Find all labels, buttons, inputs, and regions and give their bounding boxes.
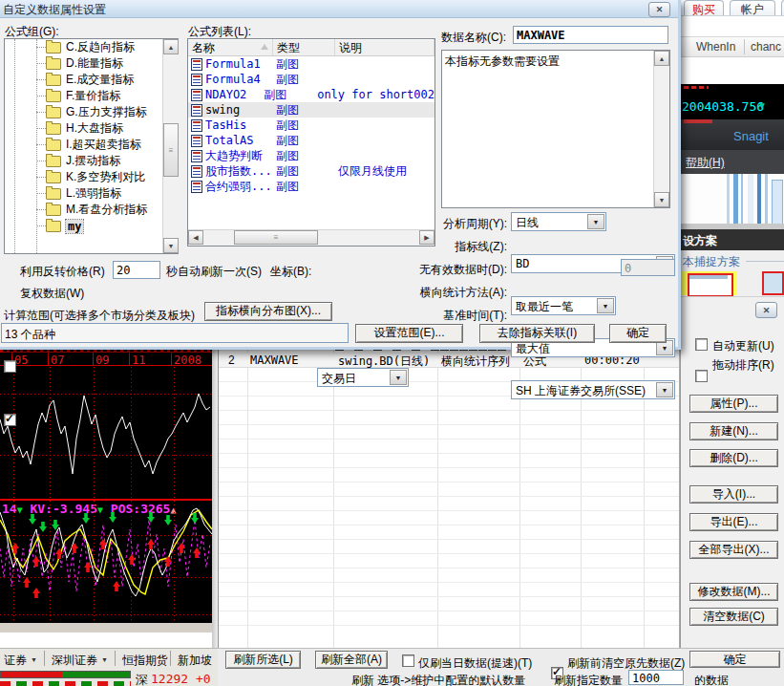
dialog-ok-button[interactable]: 确定	[609, 324, 667, 343]
auto-update-checkbox[interactable]	[695, 338, 708, 351]
no-data-label: 无有效数据时(D):	[372, 262, 507, 278]
distribution-button[interactable]: 指标横向分布图(X)...	[204, 302, 332, 321]
data-name-input[interactable]: MAXWAVE	[513, 26, 668, 44]
tab-buy[interactable]: 购买	[684, 0, 724, 15]
tree-item[interactable]: G.压力支撑指标	[5, 104, 178, 120]
tree-connector	[36, 225, 46, 226]
dialog-titlebar[interactable]: 自定义数据属性设置 ✕	[0, 0, 678, 18]
properties-button[interactable]: 属性(P)...	[689, 395, 778, 413]
formula-row[interactable]: Formula4 副图	[188, 72, 434, 87]
formula-group-tree[interactable]: C.反趋向指标 D.能量指标 E.成交量指标 F.量价指标	[4, 38, 179, 254]
base-time-combobox[interactable]: SH 上海证券交易所(SSE)▼	[511, 380, 675, 399]
no-data-value-input[interactable]: 0	[621, 259, 675, 276]
formula-name: 大趋势判断	[205, 148, 263, 164]
drag-sort-label: 拖动排序(R)	[712, 357, 774, 374]
stat-method-label: 横向统计方法(A):	[372, 285, 507, 301]
formula-row[interactable]: TasHis 副图	[188, 118, 434, 133]
refresh-all-button[interactable]: 刷新全部(A)	[315, 651, 388, 669]
tree-item[interactable]: H.大盘指标	[5, 120, 178, 137]
refresh-selected-button[interactable]: 刷新所选(L)	[225, 651, 301, 669]
formula-row[interactable]: 合约强弱... 副图	[188, 179, 434, 194]
dialog-close-button[interactable]: ✕	[648, 2, 670, 17]
tree-connector	[36, 79, 46, 80]
dropdown-arrow-icon[interactable]: ▼	[31, 656, 37, 663]
tree-item[interactable]: L.强弱指标	[5, 185, 178, 202]
tree-item[interactable]: I.超买超卖指标	[5, 137, 178, 153]
capture-thumbnail-1[interactable]	[682, 271, 737, 295]
formula-row[interactable]: TotalAS 副图	[188, 133, 434, 148]
export-button[interactable]: 导出(E)...	[689, 513, 778, 531]
market-tab-hangseng[interactable]: 恒指期货	[122, 653, 168, 669]
folder-icon	[46, 204, 61, 216]
param-scrollbar[interactable]: ▲ ▼	[653, 51, 669, 207]
close-icon: ✕	[656, 5, 664, 14]
unlink-indicator-button[interactable]: 去除指标关联(I)	[479, 324, 595, 343]
snagit-titlebar[interactable]: Snagit	[681, 119, 784, 150]
market-tab-singapore[interactable]: 新加坡	[178, 653, 212, 669]
formula-row[interactable]: 大趋势判断 副图	[188, 148, 434, 163]
tree-item[interactable]: J.摆动指标	[5, 153, 178, 169]
formula-name: Formula4	[205, 73, 261, 86]
nav-chanc[interactable]: chanc	[751, 40, 781, 54]
column-header-name[interactable]: 名称	[188, 39, 273, 55]
dropdown-arrow-icon[interactable]: ▼	[101, 656, 108, 663]
market-tab-securities[interactable]: 证券	[4, 653, 27, 669]
ticker-value: 2004038.756	[682, 99, 764, 114]
drag-sort-checkbox[interactable]	[695, 370, 708, 382]
modify-data-button[interactable]: 修改数据(M)...	[689, 583, 778, 601]
tree-connector	[36, 47, 46, 48]
column-header-desc[interactable]: 说明	[335, 39, 434, 55]
tree-item-label: I.超买超卖指标	[66, 137, 141, 153]
tree-item[interactable]: M.看盘分析指标	[5, 202, 178, 218]
market-tab-shenzhen[interactable]: 深圳证券	[52, 653, 97, 669]
capture-thumbnail-2[interactable]	[762, 271, 784, 295]
import-button[interactable]: 导入(I)...	[689, 485, 778, 504]
formula-row[interactable]: 股市指数... 副图 仅限月线使用	[188, 163, 434, 179]
column-header-type[interactable]: 类型	[273, 39, 335, 55]
help-menu[interactable]: 帮助(H)	[686, 155, 725, 171]
formula-type: 副图	[261, 87, 314, 103]
scroll-up-icon: ▲	[163, 39, 179, 54]
formula-icon	[191, 104, 202, 117]
new-button[interactable]: 新建(N)...	[689, 422, 778, 440]
today-only-checkbox[interactable]	[402, 654, 414, 667]
formula-row[interactable]: swing 副图	[188, 102, 434, 118]
tree-item[interactable]: my	[5, 218, 178, 234]
coord-combobox[interactable]: 交易日▼	[317, 368, 409, 387]
ticker-down-icon: ▼	[757, 100, 767, 111]
progress-dashes	[0, 681, 131, 686]
refresh-count-input[interactable]: 1000	[628, 670, 684, 685]
set-range-button[interactable]: 设置范围(E)...	[355, 324, 463, 343]
tree-item[interactable]: F.量价指标	[5, 88, 178, 104]
clear-data-button[interactable]: 清空数据(C)	[689, 608, 778, 626]
formula-name: 股市指数...	[205, 163, 272, 180]
formula-row[interactable]: Formula1 副图	[188, 56, 434, 72]
tree-item[interactable]: D.能量指标	[5, 55, 178, 72]
tree-item[interactable]: E.成交量指标	[5, 72, 178, 88]
folder-icon	[46, 58, 61, 70]
auto-update-label: 自动更新(U)	[712, 338, 774, 354]
delete-button[interactable]: 删除(D)...	[689, 449, 778, 467]
formula-row[interactable]: NDAYO2 副图 only for short002	[188, 87, 434, 102]
no-data-combobox[interactable]: 取最近一笔▼	[511, 296, 616, 315]
chart-window[interactable]: 05 07 09 11 2008 14▼ KV:-3.945▼ POS:3265…	[0, 346, 212, 632]
param-note-box[interactable]: 本指标无参数需要设置 ▲ ▼	[441, 50, 670, 208]
nav-whenin[interactable]: WhenIn	[696, 40, 735, 54]
refresh-interval-input[interactable]: 20	[113, 261, 160, 279]
tab-account[interactable]: 帐户	[730, 0, 775, 15]
bottom-ok-button[interactable]: 确定	[689, 651, 780, 668]
tree-connector	[36, 193, 46, 194]
tree-item[interactable]: C.反趋向指标	[5, 39, 178, 55]
base-time-label: 基准时间(T):	[372, 308, 507, 324]
formula-type: 副图	[273, 133, 335, 149]
tree-scrollbar[interactable]: ▲ ≡ ▼	[162, 39, 179, 253]
folder-icon	[46, 172, 61, 183]
period-combobox[interactable]: 日线▼	[511, 212, 606, 231]
export-all-button[interactable]: 全部导出(X)...	[689, 541, 778, 559]
manager-close-button[interactable]: ✕	[755, 302, 777, 318]
formula-type: 副图	[273, 102, 335, 118]
tree-item[interactable]: K.多空势利对比	[5, 169, 178, 185]
range-value-box[interactable]: 13 个品种	[1, 323, 349, 343]
adjusted-data-checkbox[interactable]	[4, 414, 16, 426]
reverse-price-checkbox[interactable]	[4, 360, 16, 373]
